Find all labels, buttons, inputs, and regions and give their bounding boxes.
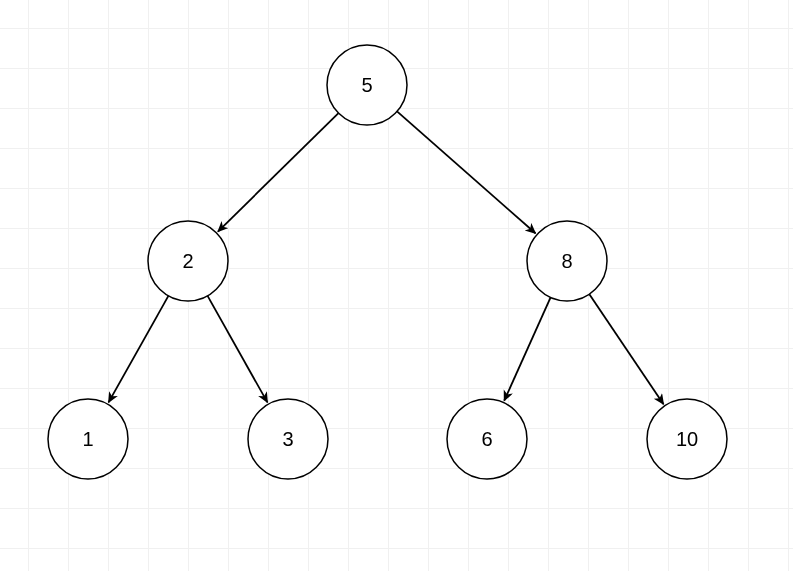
tree-edge [589,294,663,404]
tree-node: 1 [48,399,128,479]
tree-edge [109,296,169,403]
node-label: 2 [182,250,193,272]
node-label: 10 [676,428,698,450]
node-label: 3 [282,428,293,450]
tree-node: 2 [148,221,228,301]
tree-diagram: 52813610 [0,0,793,571]
tree-edge [218,113,339,232]
tree-edge [397,111,535,233]
tree-node: 8 [527,221,607,301]
tree-edge [208,296,268,403]
node-label: 6 [481,428,492,450]
node-label: 1 [82,428,93,450]
tree-edge [504,297,550,400]
tree-node: 6 [447,399,527,479]
tree-node: 10 [647,399,727,479]
tree-node: 3 [248,399,328,479]
node-label: 8 [561,250,572,272]
tree-node: 5 [327,45,407,125]
tree-nodes: 52813610 [48,45,727,479]
node-label: 5 [361,74,372,96]
